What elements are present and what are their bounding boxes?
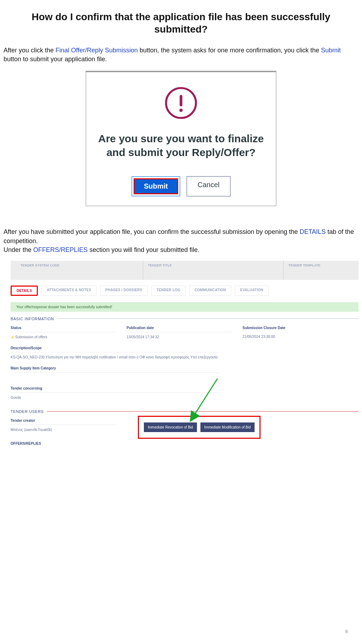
tab-evaluation[interactable]: EVALUATION — [235, 286, 269, 296]
closure-label: Submission Closure Date — [243, 324, 348, 332]
desc-value: KS-QA-SO_NEO-230 Υλοποίηση για την MH πα… — [11, 352, 230, 365]
link-final-offer: Final Offer/Reply Submission — [56, 47, 138, 54]
tender-header: TENDER SYSTEM CODE TENDER TITLE TENDER T… — [11, 261, 358, 280]
intro-text-2: button, the system asks for one more con… — [138, 47, 321, 54]
tab-tender-log[interactable]: TENDER LOG — [151, 286, 186, 296]
confirm-modal: Are you sure you want to finalize and su… — [86, 71, 276, 206]
supply-label: Main Supply Item Category — [11, 365, 219, 373]
submit-button[interactable]: Submit — [134, 178, 178, 194]
p2-text-3: Under the — [4, 246, 33, 253]
page-number: 8 — [345, 629, 348, 634]
supply-value — [11, 373, 230, 385]
desc-label: Description/Scope — [11, 345, 219, 352]
modal-heading: Are you sure you want to finalize and su… — [93, 132, 269, 159]
header-system-code: TENDER SYSTEM CODE — [11, 261, 143, 280]
cancel-button[interactable]: Cancel — [187, 176, 230, 196]
status-value: Submission of offers — [11, 332, 127, 345]
section-tender-users: TENDER USERS — [11, 409, 358, 414]
pub-date-label: Publication date — [127, 324, 232, 332]
link-offers-replies: OFFERS/REPLIES — [33, 246, 88, 253]
tab-attachments[interactable]: ATTACHMENTS & NOTES — [41, 286, 97, 296]
header-template: TENDER TEMPLATE — [284, 261, 358, 280]
modify-bid-button[interactable]: Immediate Modification of Bid — [200, 422, 255, 432]
intro-text-3: button to submit your application file. — [4, 56, 107, 63]
link-submit: Submit — [321, 47, 341, 54]
revoke-bid-button[interactable]: Immediate Revocation of Bid — [144, 422, 197, 432]
tab-details[interactable]: DETAILS — [11, 286, 38, 296]
header-title: TENDER TITLE — [143, 261, 284, 280]
app-screenshot: TENDER SYSTEM CODE TENDER TITLE TENDER T… — [11, 261, 358, 445]
creator-value: Μπένος (userv9c7nuak0k) — [11, 425, 127, 437]
tab-communication[interactable]: COMMUNICATION — [189, 286, 231, 296]
submit-highlight: Submit — [132, 176, 180, 196]
intro-text-1: After you click the — [4, 47, 56, 54]
concerning-label: Tender concerning — [11, 385, 219, 393]
pub-date-value: 13/05/2024 17:34:32 — [127, 332, 243, 345]
status-label: Status — [11, 324, 116, 332]
success-banner: Your offer/response dossier has been suc… — [11, 302, 358, 312]
link-details: DETAILS — [299, 228, 326, 235]
intro-paragraph: After you click the Final Offer/Reply Su… — [4, 46, 358, 64]
tab-phases[interactable]: PHASES / DOSSIERS — [100, 286, 148, 296]
section-basic-info: BASIC INFORMATION — [11, 317, 358, 321]
p2-text-4: section you will find your submitted fil… — [88, 246, 199, 253]
svg-rect-1 — [180, 95, 182, 107]
svg-point-2 — [179, 109, 182, 112]
concerning-value: Goods — [11, 393, 230, 405]
section-users-label: TENDER USERS — [11, 409, 43, 414]
alert-icon — [164, 86, 198, 120]
section-basic-label: BASIC INFORMATION — [11, 317, 54, 321]
action-highlight: Immediate Revocation of Bid Immediate Mo… — [138, 416, 261, 439]
divider — [47, 411, 358, 412]
para-2: After you have submitted your applicatio… — [4, 228, 358, 254]
divider — [57, 318, 358, 319]
p2-text-1: After you have submitted your applicatio… — [4, 228, 299, 235]
creator-label: Tender creator — [11, 417, 116, 425]
page-title: How do I confirm that the application fi… — [25, 11, 337, 35]
tab-row: DETAILS ATTACHMENTS & NOTES PHASES / DOS… — [11, 280, 358, 299]
offers-replies-label: OFFERS/REPLIES — [11, 442, 358, 445]
closure-value: 21/05/2024 23:30:00 — [243, 332, 358, 344]
